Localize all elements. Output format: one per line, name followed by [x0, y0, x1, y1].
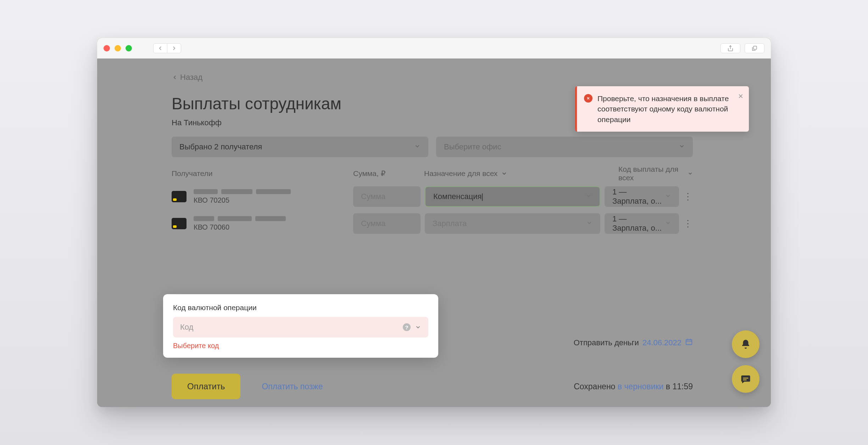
code-value: 1 — Зарплата, о... — [612, 214, 665, 233]
col-sum-label: Сумма, ₽ — [353, 169, 424, 178]
toast-text: Проверьте, что назначения в выплате соот… — [597, 93, 740, 125]
svg-rect-8 — [743, 378, 749, 379]
window-controls — [104, 45, 132, 51]
saved-status: Сохранено в черновики в 11:59 — [574, 382, 693, 391]
sum-input[interactable]: Сумма — [353, 213, 421, 234]
close-window-button[interactable] — [104, 45, 110, 51]
toast-close-button[interactable]: × — [738, 92, 743, 100]
chevron-down-icon — [665, 192, 671, 201]
payment-code-dropdown[interactable]: 1 — Зарплата, о... — [605, 186, 679, 207]
chevron-down-icon — [586, 219, 592, 228]
chevron-down-icon — [415, 324, 421, 330]
office-dropdown[interactable]: Выберите офис — [436, 137, 693, 157]
svg-rect-1 — [753, 46, 757, 49]
svg-rect-9 — [743, 379, 747, 380]
col-purpose-label: Назначение для всех — [424, 169, 497, 178]
purpose-value: Зарплата — [433, 219, 467, 228]
error-icon — [584, 94, 592, 103]
send-money-label: Отправить деньги — [574, 338, 639, 347]
purpose-value: Компенсация — [433, 192, 483, 201]
kvo-label: КВО 70205 — [194, 196, 291, 204]
row-more-button[interactable]: ⋮ — [683, 191, 692, 202]
redacted-name — [256, 189, 291, 194]
svg-rect-4 — [686, 340, 692, 345]
back-link[interactable]: Назад — [172, 73, 202, 82]
popup-title: Код валютной операции — [173, 303, 428, 312]
code-for-all-dropdown[interactable]: Код выплаты для всех — [618, 165, 693, 182]
purpose-for-all-dropdown[interactable]: Назначение для всех — [424, 169, 600, 178]
chat-fab[interactable] — [732, 365, 760, 393]
drafts-link[interactable]: в черновики — [618, 382, 664, 391]
chevron-down-icon — [585, 192, 592, 201]
chevron-down-icon — [501, 170, 507, 177]
table-header: Получатели Сумма, ₽ Назначение для всех … — [172, 165, 693, 182]
recipients-dropdown[interactable]: Выбрано 2 получателя — [172, 137, 428, 157]
code-placeholder: Код — [180, 323, 193, 332]
card-icon — [172, 218, 187, 229]
pay-later-link[interactable]: Оплатить позже — [262, 382, 323, 391]
redacted-name — [221, 189, 252, 194]
maximize-window-button[interactable] — [126, 45, 132, 51]
tabs-button[interactable] — [745, 43, 764, 53]
back-link-label: Назад — [180, 73, 202, 82]
nav-forward-button[interactable] — [167, 43, 181, 53]
chevron-down-icon — [414, 142, 421, 152]
row-more-button[interactable]: ⋮ — [683, 218, 692, 229]
browser-window: Проверьте, что назначения в выплате соот… — [97, 38, 771, 407]
table-row: КВО 70205 Сумма Компенсация 1 — Зарплата… — [172, 186, 707, 207]
share-button[interactable] — [720, 43, 740, 53]
minimize-window-button[interactable] — [115, 45, 121, 51]
table-row: КВО 70060 Сумма Зарплата 1 — Зарплата, о… — [172, 213, 707, 234]
field-error-text: Выберите код — [173, 342, 428, 350]
office-dropdown-placeholder: Выберите офис — [444, 142, 501, 152]
payment-code-dropdown[interactable]: 1 — Зарплата, о... — [605, 213, 679, 234]
sum-input[interactable]: Сумма — [353, 186, 421, 207]
browser-titlebar — [97, 38, 771, 59]
sum-placeholder: Сумма — [361, 192, 385, 201]
purpose-dropdown[interactable]: Компенсация — [425, 186, 600, 207]
redacted-name — [218, 216, 252, 221]
currency-code-dropdown[interactable]: Код ? — [173, 317, 428, 337]
currency-code-popup: Код валютной операции Код ? Выберите код — [163, 294, 438, 358]
chevron-down-icon — [679, 142, 685, 152]
nav-back-button[interactable] — [153, 43, 167, 53]
app-area: Проверьте, что назначения в выплате соот… — [97, 59, 771, 407]
code-value: 1 — Зарплата, о... — [612, 187, 665, 206]
col-code-label: Код выплаты для всех — [618, 165, 684, 182]
kvo-label: КВО 70060 — [194, 223, 286, 231]
redacted-name — [194, 216, 214, 221]
notifications-fab[interactable] — [732, 330, 760, 358]
help-icon[interactable]: ? — [403, 323, 411, 331]
redacted-name — [255, 216, 286, 221]
error-toast: Проверьте, что назначения в выплате соот… — [575, 86, 749, 132]
send-date-link[interactable]: 24.06.2022 — [642, 338, 681, 347]
redacted-name — [194, 189, 218, 194]
calendar-icon[interactable] — [685, 338, 693, 348]
col-recipients-label: Получатели — [172, 169, 353, 178]
sum-placeholder: Сумма — [361, 219, 385, 228]
purpose-dropdown[interactable]: Зарплата — [425, 213, 600, 234]
chevron-down-icon — [688, 170, 693, 177]
pay-button[interactable]: Оплатить — [172, 374, 240, 399]
card-icon — [172, 191, 187, 202]
chevron-down-icon — [665, 219, 671, 228]
recipients-dropdown-label: Выбрано 2 получателя — [179, 142, 262, 152]
nav-arrows — [153, 43, 181, 53]
